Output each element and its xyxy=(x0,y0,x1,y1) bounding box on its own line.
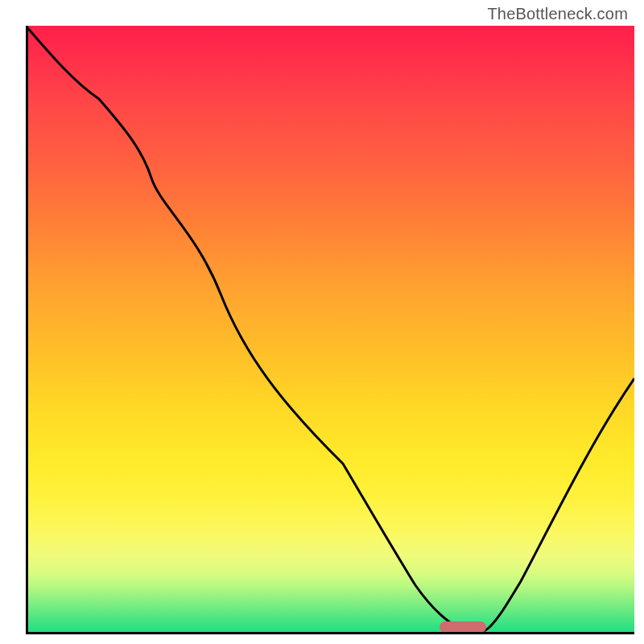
optimal-range-marker xyxy=(440,621,486,633)
y-axis xyxy=(26,26,28,634)
curve-layer xyxy=(26,26,634,634)
bottleneck-curve-path xyxy=(26,26,634,633)
plot-area xyxy=(26,26,634,634)
x-axis xyxy=(26,632,634,634)
watermark-text: TheBottleneck.com xyxy=(487,5,628,23)
bottleneck-chart: TheBottleneck.com xyxy=(0,0,644,644)
